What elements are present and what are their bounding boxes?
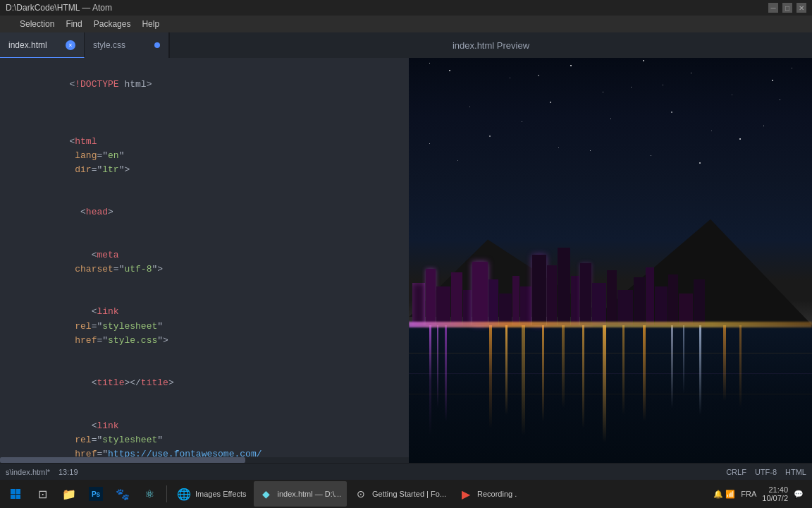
- tab-index-html-label: index.html: [8, 40, 47, 50]
- tab-index-html-close[interactable]: ×: [66, 40, 75, 50]
- task-view-button[interactable]: ⊡: [30, 481, 55, 507]
- status-right: CRLF UTF-8 HTML: [726, 468, 806, 476]
- building: [634, 277, 645, 325]
- reflection-stripe: [582, 325, 584, 428]
- water-reflections: [409, 325, 812, 463]
- minimize-button[interactable]: ─: [768, 3, 778, 13]
- menu-packages[interactable]: Packages: [88, 18, 137, 30]
- building: [488, 279, 498, 325]
- building: [617, 290, 633, 325]
- reflection-stripe: [522, 325, 525, 435]
- preview-tab: index.html Preview: [169, 32, 812, 58]
- recording-button[interactable]: ▶ Recording .: [453, 481, 522, 507]
- app4-button[interactable]: 🐾: [110, 481, 135, 507]
- clock-date: 10/07/2: [762, 494, 788, 502]
- preview-panel: [409, 58, 812, 463]
- title-bar-controls: ─ □ ✕: [768, 3, 806, 13]
- file-explorer-icon: 📁: [62, 487, 76, 501]
- system-tray-icons: 🔔 📶: [713, 490, 735, 499]
- code-line-3: <html lang="en" dir="ltr">: [0, 121, 409, 192]
- maximize-button[interactable]: □: [782, 3, 792, 13]
- index-html-atom-icon: ◆: [259, 487, 273, 501]
- chrome-icon: ⊙: [354, 487, 368, 501]
- taskbar-separator: [166, 485, 167, 502]
- building: [679, 294, 693, 325]
- building: [436, 286, 450, 325]
- status-position: 13:19: [59, 468, 78, 476]
- system-tray: 🔔 📶 FRA 21:40 10/07/2 💬: [713, 485, 809, 502]
- building: [607, 270, 617, 325]
- horizontal-scrollbar[interactable]: [0, 457, 409, 463]
- status-line-ending[interactable]: CRLF: [726, 468, 746, 476]
- lang-indicator[interactable]: FRA: [741, 490, 756, 498]
- title-bar: D:\DarkCode\HTML — Atom ─ □ ✕: [0, 0, 812, 16]
- menu-find[interactable]: Find: [60, 18, 87, 30]
- code-line-8: <link rel="stylesheet" href="https://use…: [0, 404, 409, 463]
- reflection-stripe: [437, 325, 438, 408]
- code-line-4: <head>: [0, 191, 409, 234]
- atom-button[interactable]: ⚛: [137, 481, 162, 507]
- windows-logo-icon: [11, 489, 20, 499]
- taskbar: ⊡ 📁 Ps 🐾 ⚛ 🌐 Images Effects ◆ index.html…: [0, 480, 812, 508]
- building: [499, 294, 512, 325]
- file-explorer-button[interactable]: 📁: [56, 481, 82, 507]
- photoshop-icon: Ps: [89, 487, 103, 501]
- recording-label: Recording .: [477, 490, 517, 498]
- building: [451, 272, 462, 325]
- building: [592, 283, 606, 325]
- index-html-atom-label: index.html — D:\...: [278, 490, 341, 498]
- index-html-atom-button[interactable]: ◆ index.html — D:\...: [254, 481, 347, 507]
- reflection-stripe: [723, 325, 726, 401]
- reflection-stripe: [622, 325, 625, 415]
- scrollbar-thumb[interactable]: [0, 457, 245, 463]
- menu-file[interactable]: [3, 23, 14, 25]
- building: [655, 286, 668, 325]
- photoshop-button[interactable]: Ps: [83, 481, 109, 507]
- shoreline-lights: [409, 322, 812, 327]
- reflection-stripe: [739, 325, 742, 408]
- building: [580, 263, 591, 325]
- building: [532, 255, 546, 325]
- building: [646, 267, 654, 325]
- clock-time: 21:40: [762, 485, 788, 494]
- reflection-stripe: [505, 325, 508, 415]
- status-syntax[interactable]: HTML: [785, 468, 806, 476]
- menu-help[interactable]: Help: [136, 18, 165, 30]
- reflection-stripe: [699, 325, 701, 415]
- start-button[interactable]: [3, 481, 28, 507]
- preview-background: [409, 58, 812, 463]
- reflection-stripe: [671, 325, 673, 408]
- water-layer: [409, 325, 812, 463]
- building: [520, 286, 531, 325]
- reflection-stripe: [429, 325, 431, 435]
- code-line-5: <meta charset="utf-8">: [0, 234, 409, 291]
- buildings-layer: [409, 248, 812, 325]
- taskbar-clock: 21:40 10/07/2: [762, 485, 788, 502]
- code-line-6: <link rel="stylesheet" href="style.css">: [0, 291, 409, 362]
- building: [426, 269, 436, 325]
- chrome-button[interactable]: ⊙ Getting Started | Fo...: [348, 481, 452, 507]
- chrome-label: Getting Started | Fo...: [372, 490, 446, 498]
- status-filename: s\index.html*: [6, 468, 50, 476]
- tab-index-html[interactable]: index.html ×: [0, 32, 85, 58]
- images-effects-button[interactable]: 🌐 Images Effects: [171, 481, 252, 507]
- tab-style-css-modified-dot: [154, 42, 160, 48]
- preview-image-area: [409, 58, 812, 463]
- menu-selection[interactable]: Selection: [14, 18, 60, 30]
- status-bar: s\index.html* 13:19 CRLF UTF-8 HTML: [0, 463, 812, 480]
- code-editor[interactable]: <!DOCTYPE html> <html lang="en" dir="ltr…: [0, 58, 409, 463]
- title-bar-title: D:\DarkCode\HTML — Atom: [6, 3, 112, 13]
- task-view-icon: ⊡: [35, 487, 49, 501]
- images-effects-icon: 🌐: [177, 487, 191, 501]
- building: [558, 248, 570, 325]
- close-button[interactable]: ✕: [796, 3, 806, 13]
- building: [668, 274, 678, 325]
- reflection-stripe: [603, 325, 606, 442]
- code-line-2: [0, 106, 409, 120]
- status-encoding[interactable]: UTF-8: [755, 468, 777, 476]
- notification-center-icon[interactable]: 💬: [794, 490, 804, 499]
- code-line-7: <title></title>: [0, 362, 409, 404]
- tab-style-css[interactable]: style.css: [85, 32, 169, 58]
- app4-icon: 🐾: [116, 487, 130, 501]
- building: [547, 265, 557, 325]
